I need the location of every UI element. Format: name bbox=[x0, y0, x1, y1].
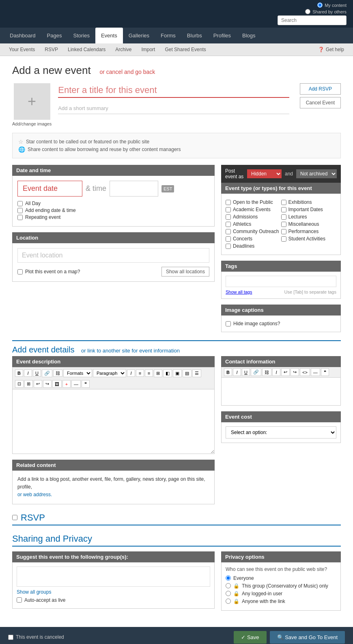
event-type-admissions[interactable]: Admissions bbox=[226, 214, 281, 220]
post-event-status-select[interactable]: Hidden Published Draft bbox=[247, 169, 282, 178]
image-upload-area[interactable]: + Add/change images bbox=[12, 83, 52, 126]
indent2-button[interactable]: ⊞ bbox=[24, 380, 33, 388]
image-button[interactable]: 🖼 bbox=[52, 380, 62, 388]
auto-accept-checkbox[interactable]: Auto-accept as live bbox=[17, 597, 210, 603]
nav-galleries[interactable]: Galleries bbox=[123, 28, 155, 43]
event-type-concerts[interactable]: Concerts bbox=[226, 236, 281, 242]
contact-quote-button[interactable]: ❝ bbox=[321, 368, 329, 376]
time-input[interactable] bbox=[110, 181, 158, 197]
event-type-miscellaneous[interactable]: Miscellaneous bbox=[281, 221, 337, 227]
add-ending-datetime-checkbox[interactable]: Add ending date & time bbox=[17, 207, 209, 213]
get-help-link[interactable]: ❓ Get help bbox=[313, 43, 349, 56]
nav-pages[interactable]: Pages bbox=[41, 28, 68, 43]
nav-profiles[interactable]: Profiles bbox=[208, 28, 237, 43]
nav-events[interactable]: Events bbox=[95, 28, 123, 43]
contact-editor[interactable] bbox=[221, 377, 341, 406]
location-input[interactable] bbox=[17, 248, 209, 263]
contact-code-button[interactable]: <> bbox=[300, 368, 310, 376]
tags-input[interactable] bbox=[226, 276, 336, 287]
event-description-editor[interactable] bbox=[12, 389, 215, 454]
subnav-rsvp[interactable]: RSVP bbox=[40, 43, 63, 56]
event-summary-input[interactable] bbox=[58, 103, 289, 114]
search-input[interactable] bbox=[278, 15, 347, 25]
save-and-go-to-event-button[interactable]: 🔍 Save and Go To Event bbox=[270, 631, 345, 644]
contact-unlink-button[interactable]: ⛓ bbox=[262, 368, 271, 376]
nav-stories[interactable]: Stories bbox=[67, 28, 95, 43]
cancel-event-button[interactable]: Cancel Event bbox=[300, 97, 341, 108]
italic2-button[interactable]: I bbox=[127, 370, 135, 377]
image-upload-box[interactable]: + bbox=[14, 83, 50, 120]
contact-italic-button[interactable]: I bbox=[233, 368, 241, 376]
repeating-event-checkbox[interactable]: Repeating event bbox=[17, 214, 209, 220]
web-address-link[interactable]: or web address. bbox=[17, 492, 52, 497]
event-type-student-activities[interactable]: Student Activities bbox=[281, 236, 337, 242]
privacy-this-group[interactable]: 🔒 This group (Conservatory of Music) onl… bbox=[226, 583, 336, 589]
show-all-locations-button[interactable]: Show all locations bbox=[161, 267, 209, 277]
rsvp-checkbox[interactable] bbox=[12, 515, 17, 520]
save-button[interactable]: ✓ Save bbox=[234, 631, 266, 644]
italic-button[interactable]: I bbox=[24, 370, 32, 377]
subnav-your-events[interactable]: Your Events bbox=[4, 43, 40, 56]
privacy-everyone[interactable]: Everyone bbox=[226, 575, 336, 581]
underline-button[interactable]: U bbox=[33, 370, 41, 377]
hr-button[interactable]: — bbox=[71, 380, 81, 388]
my-content-radio[interactable]: My content bbox=[317, 2, 347, 8]
plot-on-map-checkbox[interactable]: Plot this event on a map? bbox=[17, 269, 80, 274]
align-justify-button[interactable]: ☰ bbox=[192, 370, 201, 377]
cancel-go-back-link[interactable]: or cancel and go back bbox=[99, 69, 155, 75]
bold-button[interactable]: B bbox=[15, 370, 23, 377]
all-day-checkbox[interactable]: All Day bbox=[17, 201, 209, 206]
paragraph-select[interactable]: Paragraph bbox=[93, 369, 126, 377]
event-cost-select[interactable]: Select an option: Free Paid Donation bbox=[226, 426, 336, 439]
align-left-button[interactable]: ◧ bbox=[163, 370, 172, 377]
contact-link-button[interactable]: 🔗 bbox=[251, 368, 261, 376]
quote-button[interactable]: ❝ bbox=[82, 380, 90, 388]
nav-blogs[interactable]: Blogs bbox=[237, 28, 261, 43]
hide-image-captions-checkbox[interactable]: Hide image captions? bbox=[226, 321, 336, 326]
cancelled-checkbox[interactable] bbox=[8, 635, 13, 640]
unlink-button[interactable]: ⛓ bbox=[53, 370, 62, 377]
unordered-list-button[interactable]: ≡ bbox=[136, 370, 144, 377]
shared-by-others-radio[interactable]: Shared by others bbox=[305, 9, 347, 14]
add-button[interactable]: + bbox=[62, 380, 71, 388]
show-all-tags-link[interactable]: Show all tags bbox=[226, 290, 252, 294]
link-button[interactable]: 🔗 bbox=[42, 370, 52, 377]
privacy-logged-in[interactable]: 🔒 Any logged-in user bbox=[226, 591, 336, 596]
align-right-button[interactable]: ▤ bbox=[183, 370, 192, 377]
add-rsvp-button[interactable]: Add RSVP bbox=[300, 83, 341, 95]
show-all-groups-link[interactable]: Show all groups bbox=[17, 589, 210, 595]
contact-bold-button[interactable]: B bbox=[224, 368, 232, 376]
cancelled-check[interactable]: This event is canceled bbox=[8, 634, 64, 640]
subnav-archive[interactable]: Archive bbox=[110, 43, 136, 56]
align-center-button[interactable]: ▣ bbox=[173, 370, 182, 377]
nav-blurbs[interactable]: Blurbs bbox=[181, 28, 208, 43]
event-date-input[interactable] bbox=[17, 181, 82, 197]
formats-select[interactable]: Formats bbox=[63, 369, 92, 377]
privacy-anyone-link[interactable]: 🔒 Anyone with the link bbox=[226, 599, 336, 604]
link-to-another-site[interactable]: or link to another site for event inform… bbox=[81, 348, 180, 354]
event-type-academic[interactable]: Academic Events bbox=[226, 207, 281, 212]
contact-underline-button[interactable]: U bbox=[242, 368, 250, 376]
event-title-input[interactable] bbox=[58, 83, 289, 98]
undo-button[interactable]: ↩ bbox=[34, 380, 42, 388]
contact-hr-button[interactable]: — bbox=[311, 368, 320, 376]
groups-input[interactable] bbox=[17, 566, 210, 587]
event-type-open-public[interactable]: Open to the Public bbox=[226, 199, 281, 205]
subnav-get-shared-events[interactable]: Get Shared Events bbox=[160, 43, 211, 56]
contact-italic2-button[interactable]: I bbox=[272, 368, 280, 376]
contact-undo-button[interactable]: ↩ bbox=[281, 368, 290, 376]
image-upload-label[interactable]: Add/change images bbox=[12, 121, 52, 126]
table-button[interactable]: ⊞ bbox=[154, 370, 162, 377]
event-type-community[interactable]: Community Outreach bbox=[226, 229, 281, 234]
event-type-deadlines[interactable]: Deadlines bbox=[226, 243, 281, 249]
redo-button[interactable]: ↪ bbox=[43, 380, 52, 388]
ordered-list-button[interactable]: ≡ bbox=[145, 370, 153, 377]
nav-dashboard[interactable]: Dashboard bbox=[4, 28, 41, 43]
subnav-import[interactable]: Import bbox=[136, 43, 160, 56]
event-type-performances[interactable]: Performances bbox=[281, 229, 337, 234]
event-type-important-dates[interactable]: Important Dates bbox=[281, 207, 337, 212]
event-type-athletics[interactable]: Athletics bbox=[226, 221, 281, 227]
indent-button[interactable]: ⊡ bbox=[15, 380, 24, 388]
nav-forms[interactable]: Forms bbox=[155, 28, 181, 43]
event-type-lectures[interactable]: Lectures bbox=[281, 214, 337, 220]
